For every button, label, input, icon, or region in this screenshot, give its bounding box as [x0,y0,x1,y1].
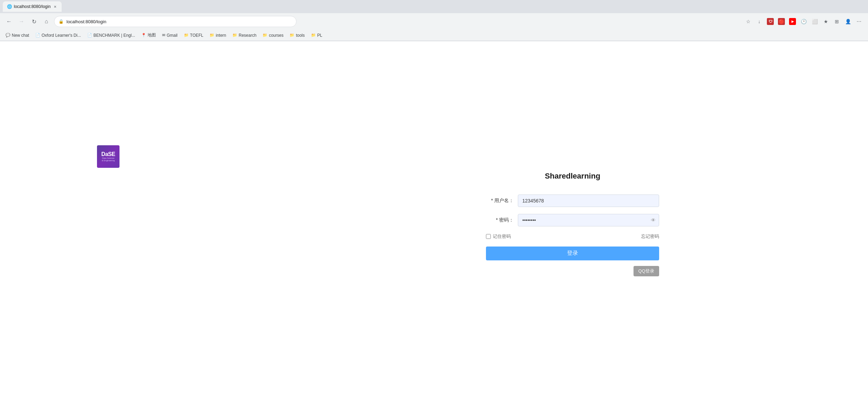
bookmark-research[interactable]: 📁 Research [230,32,259,39]
tools-icon: 📁 [290,33,294,37]
bookmark-star-btn[interactable]: ☆ [743,17,753,26]
remember-me-section: 记住密码 [486,233,511,240]
tab-label: localhost:8080/login [14,4,51,9]
bookmark-maps-label: 地图 [148,32,156,38]
downloads-btn[interactable]: ↓ [754,17,764,26]
username-group: * 用户名： [486,195,659,207]
bookmark-benchmark[interactable]: 📄 BENCHMARK | Engl... [85,32,138,39]
address-bar[interactable]: 🔒 localhost:8080/login [54,16,296,27]
tab-bar: 🌐 localhost:8080/login ✕ [0,0,868,13]
bookmark-pl[interactable]: 📁 PL [308,32,325,39]
browser-chrome: 🌐 localhost:8080/login ✕ ← → ↻ ⌂ 🔒 local… [0,0,868,41]
history-btn[interactable]: 🕐 [799,17,808,26]
favorites-btn[interactable]: ★ [821,17,831,26]
bookmark-toefl-label: TOEFL [190,33,203,38]
bookmark-courses[interactable]: 📁 courses [260,32,286,39]
bookmark-oxford[interactable]: 📄 Oxford Learner's Di... [33,32,84,39]
gmail-icon: ✉ [162,33,165,37]
profile-btn[interactable]: 👤 [843,17,853,26]
bookmark-tools-label: tools [296,33,304,38]
username-label: * 用户名： [486,198,514,204]
extensions-btn[interactable]: 🛡 [765,17,775,26]
password-label-text: * 密码： [496,217,514,223]
oxford-icon: 📄 [35,33,40,37]
bookmarks-bar: 💬 New chat 📄 Oxford Learner's Di... 📄 BE… [0,30,868,41]
address-text: localhost:8080/login [67,19,292,24]
courses-icon: 📁 [263,33,267,37]
login-form: Sharedlearning * 用户名： * 密码： 👁 [486,172,659,276]
ext-red-btn[interactable]: 🔴 [777,17,786,26]
pl-icon: 📁 [311,33,316,37]
login-title: Sharedlearning [486,172,659,181]
login-container: Sharedlearning * 用户名： * 密码： 👁 [277,41,868,406]
bookmark-intern[interactable]: 📁 intern [207,32,229,39]
login-button[interactable]: 登录 [486,247,659,260]
remember-checkbox[interactable] [486,234,491,239]
username-input[interactable] [518,195,659,207]
benchmark-icon: 📄 [87,33,92,37]
reload-button[interactable]: ↻ [29,17,39,26]
lock-icon: 🔒 [59,19,64,24]
bookmark-maps[interactable]: 📍 地图 [139,31,159,39]
dase-logo-text1: DaSE [101,151,115,157]
remember-label: 记住密码 [493,233,511,240]
active-tab[interactable]: 🌐 localhost:8080/login ✕ [3,1,62,12]
username-input-wrapper [518,195,659,207]
tab-favicon: 🌐 [7,4,12,9]
password-toggle-icon[interactable]: 👁 [651,217,656,223]
dase-logo-box: DaSE Data Science& Engineering [97,145,119,168]
bookmark-tools[interactable]: 📁 tools [287,32,307,39]
toefl-icon: 📁 [184,33,189,37]
bookmark-research-label: Research [239,33,256,38]
username-label-text: * 用户名： [491,198,514,203]
new-chat-icon: 💬 [6,33,10,37]
qq-login-button[interactable]: QQ登录 [634,266,659,276]
ext-youtube-icon: ▶ [789,18,796,25]
password-input[interactable] [518,214,659,226]
bookmark-gmail[interactable]: ✉ Gmail [159,32,180,39]
home-button[interactable]: ⌂ [42,17,51,26]
bookmark-intern-label: intern [216,33,226,38]
page-content: DaSE Data Science& Engineering Sharedlea… [0,41,868,406]
collections-btn[interactable]: ⊞ [832,17,842,26]
bookmark-new-chat-label: New chat [12,33,29,38]
tab-close-btn[interactable]: ✕ [53,4,57,9]
research-icon: 📁 [232,33,237,37]
back-button[interactable]: ← [4,17,14,26]
qq-login-section: QQ登录 [486,266,659,276]
maps-icon: 📍 [141,33,146,37]
intern-icon: 📁 [210,33,214,37]
dase-logo-text2: Data Science& Engineering [102,157,115,162]
sidebar-btn[interactable]: ⬜ [810,17,820,26]
forward-button[interactable]: → [17,17,26,26]
password-input-wrapper: 👁 [518,214,659,226]
toolbar: ← → ↻ ⌂ 🔒 localhost:8080/login ☆ ↓ 🛡 🔴 ▶… [0,13,868,30]
dase-logo: DaSE Data Science& Engineering [97,145,119,168]
bookmark-new-chat[interactable]: 💬 New chat [3,32,32,39]
bookmark-pl-label: PL [317,33,322,38]
toolbar-right: ☆ ↓ 🛡 🔴 ▶ 🕐 ⬜ ★ ⊞ 👤 ⋯ [743,17,864,26]
password-label: * 密码： [486,217,514,223]
bookmark-toefl[interactable]: 📁 TOEFL [181,32,206,39]
forgot-password-link[interactable]: 忘记密码 [641,233,659,240]
bookmark-courses-label: courses [269,33,283,38]
bookmark-benchmark-label: BENCHMARK | Engl... [94,33,135,38]
password-group: * 密码： 👁 [486,214,659,226]
bookmark-gmail-label: Gmail [167,33,177,38]
menu-btn[interactable]: ⋯ [854,17,864,26]
bookmark-oxford-label: Oxford Learner's Di... [42,33,81,38]
ext-red-icon: 🛡 [767,18,774,25]
ext-icon-1: 🔴 [778,18,785,25]
ext-youtube-btn[interactable]: ▶ [788,17,797,26]
form-options: 记住密码 忘记密码 [486,233,659,240]
